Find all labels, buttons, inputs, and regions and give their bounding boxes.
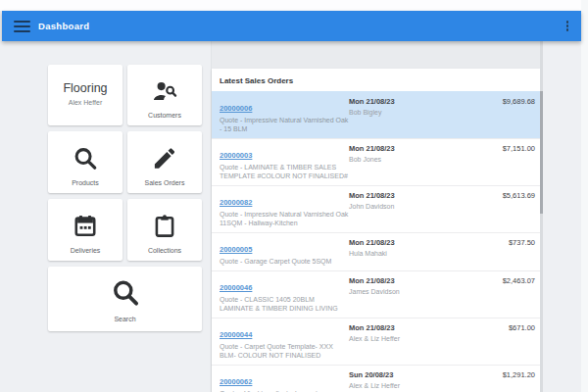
order-mid-col: Mon 21/08/23Hula Mahaki [349,238,509,266]
order-row[interactable]: 20000082Quote - Impressive Natural Varni… [212,185,541,232]
order-customer: James Davidson [349,287,503,296]
order-amount: $9,689.68 [503,97,535,133]
order-number-link[interactable]: 20000082 [220,198,252,207]
tile-label: Products [48,179,122,186]
order-amount: $1,291.20 [503,370,535,392]
order-main-col: 20000046Quote - CLASSIC 1405 20BLM LAMIN… [220,276,349,313]
order-description: Quote - Impressive Natural Varnished Oak… [220,210,349,227]
order-customer: Alex & Liz Heffer [349,381,503,390]
order-mid-col: Sun 20/08/23Alex & Liz Heffer [349,370,503,392]
search-icon [110,277,140,308]
order-number-link[interactable]: 20000003 [220,151,252,160]
calendar-icon [73,213,99,239]
tile-collections[interactable]: Collections [127,199,202,261]
order-description: Quote - Carpet Quote Template- XXX BLM- … [220,342,349,360]
order-description: Quote - Garage Carpet Quote 5SQM [220,257,349,266]
order-date: Mon 21/08/23 [349,276,503,286]
order-row[interactable]: 20000044Quote - Carpet Quote Template- X… [212,318,541,365]
order-row[interactable]: 20000062Quote - Vinyl to collect when cu… [212,365,541,392]
order-amount: $2,463.07 [503,276,535,313]
order-amount: $5,613.69 [503,191,535,227]
order-main-col: 20000003Quote - LAMINATE & TIMBER SALES … [220,144,349,180]
order-amount: $7,151.00 [503,144,535,180]
tile-label: Customers [127,112,202,119]
page-title: Dashboard [38,21,89,31]
order-description: Quote - LAMINATE & TIMBER SALES TEMPLATE… [220,163,349,180]
order-row[interactable]: 20000006Quote - Impressive Natural Varni… [212,91,541,138]
order-date: Mon 21/08/23 [349,191,503,201]
orders-card: Latest Sales Orders 20000006Quote - Impr… [212,69,541,392]
order-main-col: 20000044Quote - Carpet Quote Template- X… [220,323,349,360]
order-date: Mon 21/08/23 [349,323,509,333]
right-margin [581,0,588,392]
order-row[interactable]: 20000005Quote - Garage Carpet Quote 5SQM… [212,232,541,270]
tile-customers[interactable]: Customers [127,65,202,125]
tile-deliveries[interactable]: Deliveries [48,199,122,261]
screen: Dashboard Flooring Alex Heffer Customers… [0,0,588,392]
order-row[interactable]: 20000003Quote - LAMINATE & TIMBER SALES … [212,138,541,185]
company-name: Flooring [48,81,122,95]
order-main-col: 20000006Quote - Impressive Natural Varni… [220,97,349,133]
search-icon [73,145,99,172]
order-customer: Hula Mahaki [349,249,509,258]
order-date: Mon 21/08/23 [349,144,503,154]
order-mid-col: Mon 21/08/23John Davidson [349,191,503,227]
order-amount: $671.00 [509,323,535,360]
person-search-icon [152,78,178,105]
order-main-col: 20000062Quote - Vinyl to collect when cu… [220,370,349,392]
kebab-menu-icon[interactable] [564,18,572,34]
order-number-link[interactable]: 20000044 [220,330,252,339]
scrollbar-thumb[interactable] [540,91,543,214]
order-customer: Bob Bigley [349,108,503,117]
order-date: Mon 21/08/23 [349,238,509,248]
orders-header: Latest Sales Orders [212,69,541,91]
order-customer: Bob Jones [349,155,503,164]
order-row[interactable]: 20000046Quote - CLASSIC 1405 20BLM LAMIN… [212,270,541,318]
tile-label: Sales Orders [127,179,202,186]
order-customer: Alex & Liz Heffer [349,334,509,343]
company-tile[interactable]: Flooring Alex Heffer [48,65,122,125]
order-date: Mon 21/08/23 [349,97,503,107]
order-mid-col: Mon 21/08/23Bob Jones [349,144,503,180]
order-amount: $737.50 [509,238,535,266]
order-mid-col: Mon 21/08/23James Davidson [349,276,503,313]
order-number-link[interactable]: 20000006 [220,104,252,113]
pencil-icon [152,145,178,172]
order-description: Quote - Impressive Natural Varnished Oak… [220,116,349,133]
order-number-link[interactable]: 20000005 [220,245,252,254]
orders-panel: Latest Sales Orders 20000006Quote - Impr… [211,41,543,392]
order-mid-col: Mon 21/08/23Bob Bigley [349,97,503,133]
order-description: Quote - CLASSIC 1405 20BLM LAMINATE & TI… [220,295,349,313]
scrollbar[interactable] [540,41,543,392]
orders-list: 20000006Quote - Impressive Natural Varni… [212,91,541,392]
tile-label: Collections [127,247,202,254]
tile-products[interactable]: Products [48,131,122,193]
order-mid-col: Mon 21/08/23Alex & Liz Heffer [349,323,509,360]
company-user: Alex Heffer [48,99,122,106]
order-main-col: 20000082Quote - Impressive Natural Varni… [220,191,349,227]
dashboard-tiles: Flooring Alex Heffer CustomersProductsSa… [48,65,202,331]
hamburger-menu-icon[interactable] [14,21,30,32]
tile-search[interactable]: Search [48,267,202,331]
app-bar: Dashboard [2,11,581,41]
tile-label: Deliveries [48,247,122,254]
order-main-col: 20000005Quote - Garage Carpet Quote 5SQM [220,238,349,266]
tile-sales-orders[interactable]: Sales Orders [127,131,202,193]
order-date: Sun 20/08/23 [349,370,503,380]
clipboard-icon [152,213,178,239]
tile-label: Search [48,316,202,322]
order-number-link[interactable]: 20000046 [220,283,252,292]
order-number-link[interactable]: 20000062 [220,377,252,386]
order-customer: John Davidson [349,202,503,211]
